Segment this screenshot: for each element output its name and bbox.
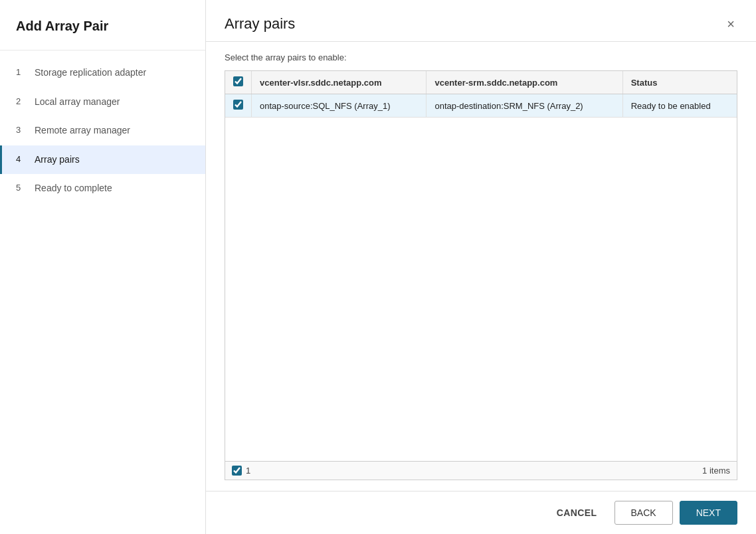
step-number: 2 [16, 96, 27, 106]
table-body: ontap-source:SQL_NFS (Array_1) ontap-des… [225, 94, 737, 118]
footer-items: 1 items [702, 466, 730, 476]
step-item-1[interactable]: 1 Storage replication adapter [0, 58, 205, 88]
add-array-pair-modal: Add Array Pair 1 Storage replication ada… [0, 0, 756, 534]
action-bar: CANCEL BACK NEXT [206, 491, 756, 534]
modal-title: Add Array Pair [0, 0, 205, 50]
row-vcenter1: ontap-source:SQL_NFS (Array_1) [252, 94, 426, 118]
footer-left: 1 [232, 466, 250, 476]
close-button[interactable]: × [724, 15, 737, 33]
step-number: 5 [16, 182, 27, 193]
row-checkbox[interactable] [233, 100, 243, 110]
step-label: Local array manager [35, 96, 120, 109]
step-label: Array pairs [35, 153, 80, 167]
header-status: Status [622, 71, 737, 94]
header-checkbox-cell [225, 71, 252, 94]
header-checkbox[interactable] [233, 76, 243, 86]
row-checkbox-cell [225, 94, 252, 118]
step-label: Ready to complete [35, 182, 112, 195]
step-item-3[interactable]: 3 Remote array manager [0, 116, 205, 145]
back-button[interactable]: BACK [614, 501, 673, 525]
step-number: 4 [16, 153, 27, 164]
step-label: Remote array manager [35, 124, 130, 137]
footer-count: 1 [246, 466, 250, 476]
step-item-4[interactable]: 4 Array pairs [0, 145, 205, 175]
content-title: Array pairs [225, 15, 295, 33]
row-status: Ready to be enabled [622, 94, 737, 118]
step-number: 1 [16, 66, 27, 77]
step-number: 3 [16, 124, 27, 135]
step-label: Storage replication adapter [35, 66, 146, 80]
sidebar: Add Array Pair 1 Storage replication ada… [0, 0, 206, 534]
table-footer: 1 1 items [225, 462, 737, 480]
footer-checkbox[interactable] [232, 466, 242, 476]
next-button[interactable]: NEXT [680, 501, 737, 525]
subtitle: Select the array pairs to enable: [225, 52, 737, 62]
content-header: Array pairs × [206, 0, 756, 42]
row-vcenter2: ontap-destination:SRM_NFS (Array_2) [426, 94, 622, 118]
table-header-row: vcenter-vlsr.sddc.netapp.com vcenter-srm… [225, 71, 737, 94]
step-item-2[interactable]: 2 Local array manager [0, 88, 205, 117]
main-content: Array pairs × Select the array pairs to … [206, 0, 756, 534]
step-list: 1 Storage replication adapter 2 Local ar… [0, 50, 205, 211]
step-item-5[interactable]: 5 Ready to complete [0, 174, 205, 203]
array-pairs-table: vcenter-vlsr.sddc.netapp.com vcenter-srm… [225, 71, 737, 118]
array-pairs-table-container: vcenter-vlsr.sddc.netapp.com vcenter-srm… [225, 70, 737, 462]
cancel-button[interactable]: CANCEL [546, 501, 608, 524]
table-row: ontap-source:SQL_NFS (Array_1) ontap-des… [225, 94, 737, 118]
header-vcenter2: vcenter-srm.sddc.netapp.com [426, 71, 622, 94]
content-body: Select the array pairs to enable: vcente… [206, 42, 756, 491]
header-vcenter1: vcenter-vlsr.sddc.netapp.com [252, 71, 426, 94]
